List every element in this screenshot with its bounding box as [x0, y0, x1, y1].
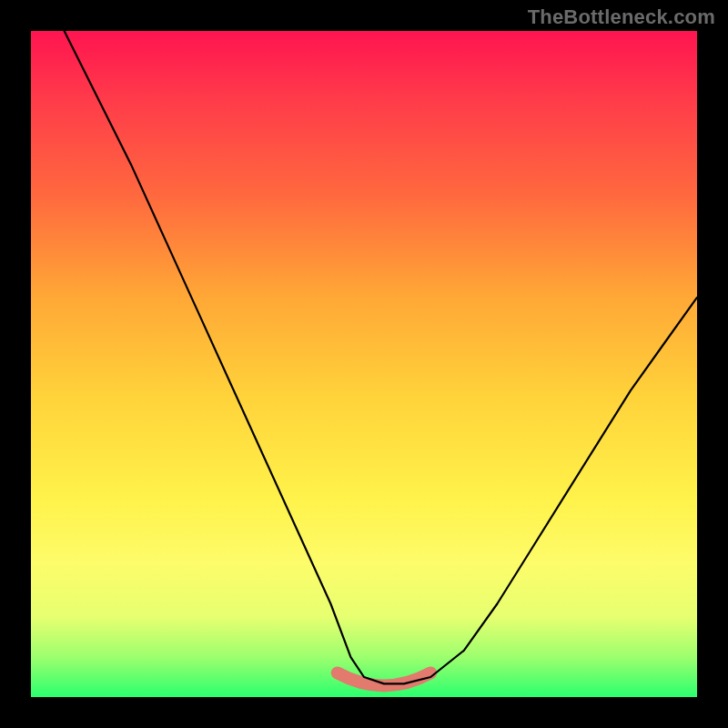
- chart-frame: TheBottleneck.com: [0, 0, 728, 728]
- curve-svg: [31, 31, 697, 697]
- bottleneck-curve-line: [65, 31, 697, 683]
- watermark-label: TheBottleneck.com: [528, 5, 715, 29]
- plot-area: [31, 31, 697, 697]
